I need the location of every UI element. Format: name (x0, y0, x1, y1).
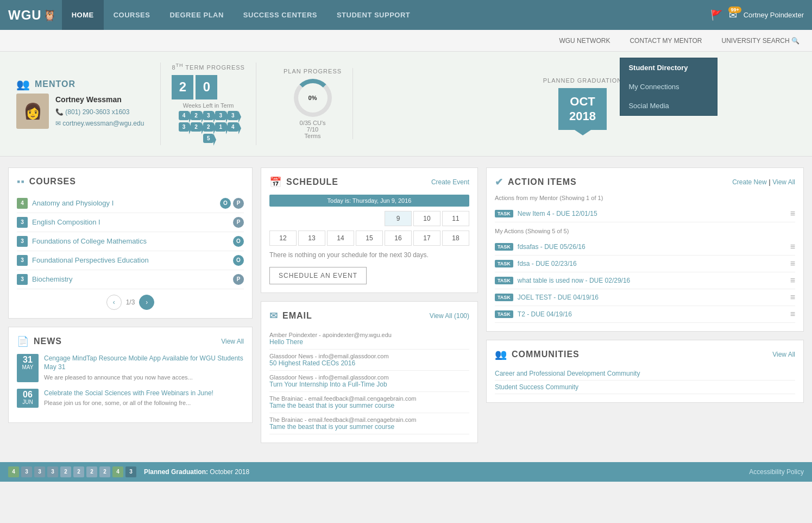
courses-widget: ▪▪ COURSES 4 Anatomy and Physiology I O … (8, 167, 253, 319)
my-task-text-1[interactable]: fdsafas - DUE 05/26/16 (518, 243, 786, 251)
dropdown-item-social[interactable]: Social Media (620, 96, 717, 115)
cal-day-15[interactable]: 15 (356, 231, 383, 246)
email-view-all-link[interactable]: View All (100) (430, 312, 469, 320)
course-name-5[interactable]: Biochemistry (32, 275, 233, 283)
nav-item-home[interactable]: HOME (62, 0, 104, 30)
mentor-task-text-1[interactable]: New Item 4 - DUE 12/01/15 (518, 210, 786, 217)
grad-date: OCT2018 (558, 88, 607, 130)
top-navigation: WGU 🦉 HOME COURSES DEGREE PLAN SUCCESS C… (0, 0, 812, 30)
my-task-text-3[interactable]: what table is used now - DUE 02/29/16 (518, 277, 786, 284)
email-sender-5: The Brainiac - email.feedback@mail.cenga… (269, 416, 469, 423)
ribbon-9: 1 (215, 122, 226, 132)
course-name-4[interactable]: Foundational Perspectives Education (32, 256, 233, 264)
schedule-header: 📅 SCHEDULE Create Event (269, 176, 469, 188)
nav-item-success-centers[interactable]: SUCCESS CENTERS (234, 0, 327, 30)
cal-day-9[interactable]: 9 (385, 211, 412, 226)
my-task-text-4[interactable]: JOEL TEST - DUE 04/19/16 (518, 294, 786, 301)
create-event-link[interactable]: Create Event (431, 178, 469, 186)
page-next-btn[interactable]: › (139, 295, 154, 310)
schedule-title-text: SCHEDULE (286, 177, 338, 187)
sec-nav-university-search[interactable]: UNIVERSITY SEARCH 🔍 (717, 30, 804, 51)
courses-title-text: COURSES (29, 177, 76, 186)
news-date-2: 06 JUN (17, 389, 39, 408)
my-task-menu-2[interactable]: ≡ (790, 259, 795, 269)
dropdown-item-connections[interactable]: My Connections (620, 77, 717, 96)
courses-pagination: ‹ 1/3 › (17, 295, 244, 310)
my-task-menu-4[interactable]: ≡ (790, 292, 795, 302)
course-icon-p-5[interactable]: P (233, 274, 244, 285)
my-task-text-2[interactable]: fdsa - DUE 02/23/16 (518, 260, 786, 267)
cal-day-10[interactable]: 10 (413, 211, 440, 226)
mentor-task-menu-1[interactable]: ≡ (790, 209, 795, 219)
grad-label: PLANNED GRADUATION (380, 77, 785, 84)
action-create-new-link[interactable]: Create New (732, 178, 766, 186)
schedule-widget: 📅 SCHEDULE Create Event Today is: Thursd… (261, 167, 478, 293)
my-task-menu-5[interactable]: ≡ (790, 309, 795, 319)
cal-day-14[interactable]: 14 (327, 231, 354, 246)
email-subject-4[interactable]: Tame the beast that is your summer cours… (269, 402, 469, 409)
page-prev-btn[interactable]: ‹ (106, 295, 122, 310)
email-subject-5[interactable]: Tame the beast that is your summer cours… (269, 423, 469, 431)
mentor-section-title: MENTOR (35, 79, 75, 89)
course-icon-p-1[interactable]: P (233, 198, 244, 209)
email-sender-1: Amber Poindexter - apoindexter@my.wgu.ed… (269, 332, 469, 338)
footer-badge-3: 3 (34, 466, 45, 477)
middle-column: 📅 SCHEDULE Create Event Today is: Thursd… (261, 167, 478, 451)
communities-title: 👥 COMMUNITIES (495, 348, 580, 360)
cal-day-13[interactable]: 13 (298, 231, 325, 246)
news-excerpt-2: Please join us for one, some, or all of … (44, 399, 244, 407)
email-item-5: The Brainiac - email.feedback@mail.cenga… (269, 413, 469, 434)
community-link-2[interactable]: Student Success Community (495, 383, 795, 391)
nav-item-student-support[interactable]: STUDENT SUPPORT (327, 0, 420, 30)
cal-day-18[interactable]: 18 (442, 231, 469, 246)
course-name-1[interactable]: Anatomy and Physiology I (32, 199, 220, 207)
course-icon-o-4[interactable]: O (233, 255, 244, 266)
schedule-event-btn[interactable]: SCHEDULE AN EVENT (269, 267, 367, 284)
email-sender-2: Glassdoor News - info@email.glassdoor.co… (269, 353, 469, 359)
nav-item-degree-plan[interactable]: DEGREE PLAN (160, 0, 233, 30)
course-icon-p-2[interactable]: P (233, 217, 244, 228)
my-task-menu-1[interactable]: ≡ (790, 242, 795, 252)
email-subject-2[interactable]: 50 Highest Rated CEOs 2016 (269, 359, 469, 367)
dropdown-header[interactable]: Student Directory (620, 58, 717, 77)
course-item-2: 3 English Composition I P (17, 213, 244, 232)
action-items-links: Create New | View All (732, 178, 795, 186)
my-task-text-5[interactable]: T2 - DUE 04/19/16 (518, 310, 786, 318)
ribbon-7: 2 (191, 122, 202, 132)
notification-btn[interactable]: ✉ 99+ (729, 9, 737, 21)
my-task-menu-3[interactable]: ≡ (790, 276, 795, 285)
ribbon-5: 3 (228, 111, 238, 120)
cu-info: 0/35 CU's (284, 120, 342, 126)
today-bar: Today is: Thursday, Jun 9, 2016 (269, 195, 469, 207)
logo[interactable]: WGU 🦉 (8, 8, 56, 23)
mentor-email[interactable]: ✉ cortney.wessman@wgu.edu (55, 118, 144, 130)
news-title-1[interactable]: Cengage MindTap Resource Mobile App Avai… (44, 354, 244, 372)
footer-badge-4: 3 (47, 466, 58, 477)
community-link-1[interactable]: Career and Professional Development Comm… (495, 370, 795, 377)
communities-view-all-link[interactable]: View All (772, 351, 795, 358)
email-subject-1[interactable]: Hello There (269, 338, 469, 346)
sec-nav-wgu-network[interactable]: WGU NETWORK (555, 30, 614, 51)
my-task-3: TASK what table is used now - DUE 02/29/… (495, 272, 795, 289)
course-icon-o-1[interactable]: O (220, 198, 231, 209)
term-info: 7/10 Terms (284, 126, 342, 139)
course-name-3[interactable]: Foundations of College Mathematics (32, 237, 233, 245)
nav-links: HOME COURSES DEGREE PLAN SUCCESS CENTERS… (62, 0, 420, 30)
course-name-2[interactable]: English Composition I (32, 218, 233, 226)
sec-nav-contact-mentor[interactable]: CONTACT MY MENTOR (625, 37, 706, 45)
email-subject-3[interactable]: Turn Your Internship Into a Full-Time Jo… (269, 381, 469, 388)
cal-day-16[interactable]: 16 (385, 231, 412, 246)
accessibility-policy-link[interactable]: Accessibility Policy (749, 468, 804, 476)
cal-day-12[interactable]: 12 (269, 231, 297, 246)
flag-icon-btn[interactable]: 🚩 (710, 9, 722, 21)
nav-item-courses[interactable]: COURSES (104, 0, 160, 30)
news-day-1: 31 (20, 356, 36, 364)
mentor-name: Cortney Wessman (55, 93, 144, 107)
action-view-all-link[interactable]: View All (772, 178, 795, 186)
cal-day-17[interactable]: 17 (413, 231, 440, 246)
news-content-1: Cengage MindTap Resource Mobile App Avai… (44, 354, 244, 382)
news-title-2[interactable]: Celebrate the Social Sciences with Free … (44, 389, 244, 398)
cal-day-11[interactable]: 11 (442, 211, 469, 226)
course-icon-o-3[interactable]: O (233, 236, 244, 247)
news-view-all-link[interactable]: View All (221, 338, 244, 345)
